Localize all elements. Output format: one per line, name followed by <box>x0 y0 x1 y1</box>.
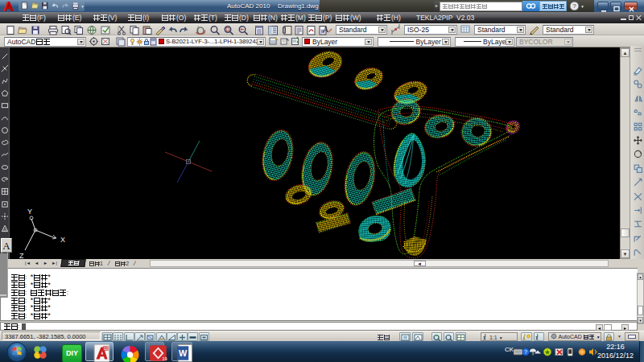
svg-text:?: ? <box>572 2 576 10</box>
svg-text:10: 10 <box>104 347 109 351</box>
svg-text:Z: Z <box>19 252 24 259</box>
svg-text:W: W <box>179 348 188 358</box>
svg-text:19: 19 <box>162 356 167 361</box>
svg-text:A: A <box>323 25 329 34</box>
svg-text:Y: Y <box>27 208 32 216</box>
svg-text:?: ? <box>524 349 527 355</box>
svg-text:X: X <box>60 236 65 244</box>
